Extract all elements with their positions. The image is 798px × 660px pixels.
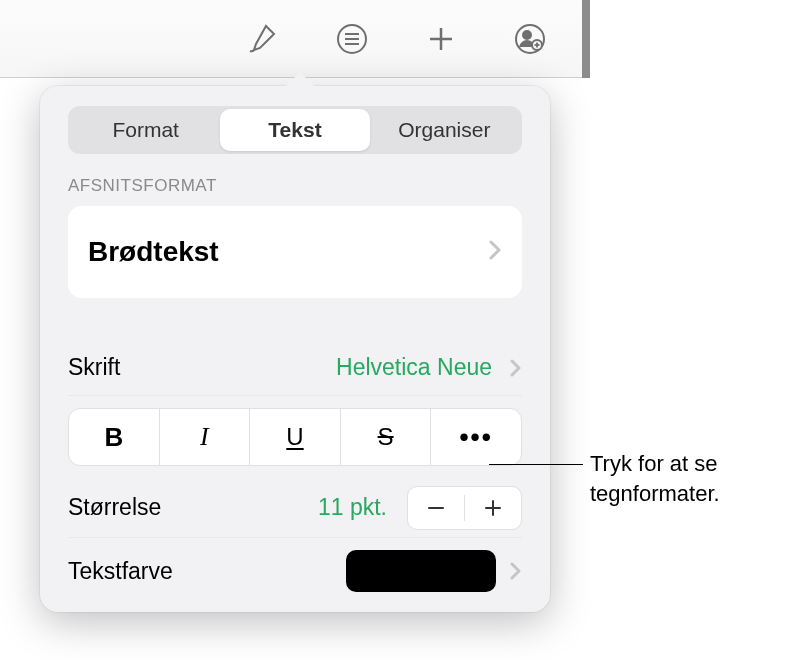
paragraph-format-label: AFSNITSFORMAT xyxy=(68,176,522,196)
size-increase-button[interactable] xyxy=(465,487,521,529)
font-label: Skrift xyxy=(68,354,120,381)
color-well[interactable] xyxy=(346,550,496,592)
plus-icon[interactable] xyxy=(419,17,463,61)
format-popover: Format Tekst Organiser AFSNITSFORMAT Brø… xyxy=(40,86,550,612)
size-value: 11 pkt. xyxy=(318,494,387,521)
tab-organizer[interactable]: Organiser xyxy=(370,109,519,151)
size-row: Størrelse 11 pkt. xyxy=(68,478,522,538)
text-color-label: Tekstfarve xyxy=(68,558,173,585)
font-row[interactable]: Skrift Helvetica Neue xyxy=(68,340,522,396)
tab-format[interactable]: Format xyxy=(71,109,220,151)
style-buttons: B I U S ••• xyxy=(68,408,522,466)
text-color-row[interactable]: Tekstfarve xyxy=(68,538,522,604)
callout-line xyxy=(489,464,583,465)
list-icon[interactable] xyxy=(330,17,374,61)
font-value: Helvetica Neue xyxy=(336,354,522,381)
chevron-right-icon xyxy=(488,239,502,265)
more-options-button[interactable]: ••• xyxy=(431,409,521,465)
window-edge xyxy=(582,0,590,78)
collaborate-icon[interactable] xyxy=(508,17,552,61)
size-stepper xyxy=(407,486,522,530)
svg-point-7 xyxy=(523,31,531,39)
callout-text: Tryk for at se tegnformater. xyxy=(590,449,720,508)
toolbar xyxy=(0,0,582,78)
text-settings: Skrift Helvetica Neue B I U S ••• Større… xyxy=(68,340,522,604)
size-label: Størrelse xyxy=(68,494,161,521)
paragraph-style-value: Brødtekst xyxy=(88,236,219,268)
strikethrough-button[interactable]: S xyxy=(341,409,432,465)
bold-button[interactable]: B xyxy=(69,409,160,465)
chevron-right-icon xyxy=(510,561,522,581)
underline-button[interactable]: U xyxy=(250,409,341,465)
tab-text[interactable]: Tekst xyxy=(220,109,369,151)
paragraph-style-row[interactable]: Brødtekst xyxy=(68,206,522,298)
size-decrease-button[interactable] xyxy=(408,487,464,529)
segmented-control: Format Tekst Organiser xyxy=(68,106,522,154)
italic-button[interactable]: I xyxy=(160,409,251,465)
format-brush-icon[interactable] xyxy=(241,17,285,61)
